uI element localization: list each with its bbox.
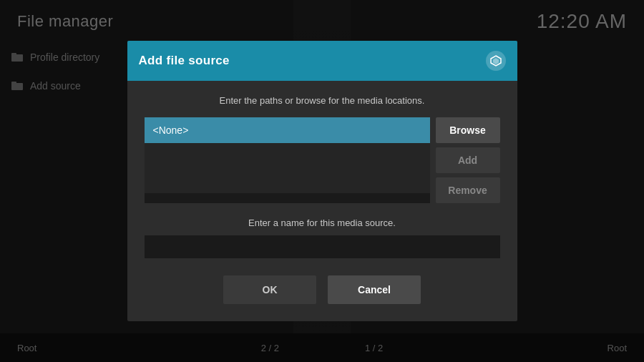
name-section: Enter a name for this media source. xyxy=(145,217,500,258)
dialog-footer: OK Cancel xyxy=(145,275,500,304)
kodi-icon xyxy=(489,54,502,67)
source-buttons: Browse Add Remove xyxy=(436,117,500,203)
dialog-body: Enter the paths or browse for the media … xyxy=(127,81,517,321)
source-selected-item[interactable]: <None> xyxy=(145,117,430,143)
source-list: <None> xyxy=(145,117,430,203)
source-area: <None> Browse Add Remove xyxy=(145,117,500,203)
ok-button[interactable]: OK xyxy=(223,275,316,304)
source-empty-area xyxy=(145,143,430,193)
dialog-title: Add file source xyxy=(139,54,230,68)
browse-button[interactable]: Browse xyxy=(436,117,500,143)
add-file-source-dialog: Add file source Enter the paths or brows… xyxy=(127,41,517,321)
kodi-logo xyxy=(486,51,506,71)
name-input[interactable] xyxy=(145,235,500,258)
modal-overlay: Add file source Enter the paths or brows… xyxy=(0,0,644,362)
svg-marker-1 xyxy=(493,58,499,64)
name-label: Enter a name for this media source. xyxy=(145,217,500,228)
remove-button[interactable]: Remove xyxy=(436,177,500,203)
dialog-subtitle: Enter the paths or browse for the media … xyxy=(145,95,500,106)
add-button[interactable]: Add xyxy=(436,147,500,173)
dialog-header: Add file source xyxy=(127,41,517,81)
cancel-button[interactable]: Cancel xyxy=(328,275,421,304)
